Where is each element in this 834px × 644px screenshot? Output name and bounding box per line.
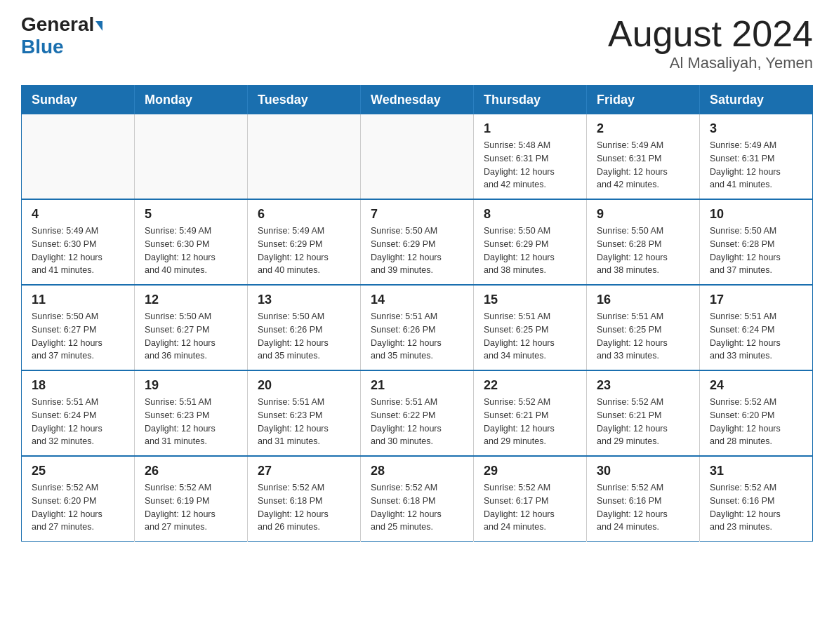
week-row-5: 25Sunrise: 5:52 AMSunset: 6:20 PMDayligh… (22, 456, 813, 542)
calendar-cell: 4Sunrise: 5:49 AMSunset: 6:30 PMDaylight… (22, 199, 135, 285)
day-number: 5 (145, 207, 237, 222)
day-info: Sunrise: 5:49 AMSunset: 6:30 PMDaylight:… (145, 224, 237, 277)
day-number: 18 (32, 378, 124, 393)
day-number: 25 (32, 464, 124, 478)
day-number: 13 (258, 293, 350, 307)
day-info: Sunrise: 5:50 AMSunset: 6:29 PMDaylight:… (484, 224, 576, 277)
day-number: 11 (32, 293, 124, 307)
week-row-2: 4Sunrise: 5:49 AMSunset: 6:30 PMDaylight… (22, 199, 813, 285)
day-info: Sunrise: 5:48 AMSunset: 6:31 PMDaylight:… (484, 139, 576, 192)
calendar-cell: 22Sunrise: 5:52 AMSunset: 6:21 PMDayligh… (474, 370, 587, 456)
day-number: 30 (597, 464, 689, 478)
day-number: 26 (145, 464, 237, 478)
day-number: 2 (597, 121, 689, 136)
day-info: Sunrise: 5:52 AMSunset: 6:20 PMDaylight:… (32, 481, 124, 534)
day-number: 9 (597, 207, 689, 222)
calendar-cell: 7Sunrise: 5:50 AMSunset: 6:29 PMDaylight… (361, 199, 474, 285)
day-info: Sunrise: 5:51 AMSunset: 6:26 PMDaylight:… (371, 310, 463, 363)
day-info: Sunrise: 5:50 AMSunset: 6:26 PMDaylight:… (258, 310, 350, 363)
calendar-cell: 13Sunrise: 5:50 AMSunset: 6:26 PMDayligh… (248, 285, 361, 370)
week-row-3: 11Sunrise: 5:50 AMSunset: 6:27 PMDayligh… (22, 285, 813, 370)
weekday-header-monday: Monday (135, 86, 248, 115)
calendar-cell: 20Sunrise: 5:51 AMSunset: 6:23 PMDayligh… (248, 370, 361, 456)
logo-blue-text: Blue (21, 36, 64, 58)
calendar-cell (248, 114, 361, 199)
day-number: 29 (484, 464, 576, 478)
day-info: Sunrise: 5:51 AMSunset: 6:23 PMDaylight:… (258, 396, 350, 448)
calendar-cell: 24Sunrise: 5:52 AMSunset: 6:20 PMDayligh… (700, 370, 813, 456)
calendar-cell: 8Sunrise: 5:50 AMSunset: 6:29 PMDaylight… (474, 199, 587, 285)
day-info: Sunrise: 5:49 AMSunset: 6:29 PMDaylight:… (258, 224, 350, 277)
day-info: Sunrise: 5:52 AMSunset: 6:21 PMDaylight:… (597, 396, 689, 448)
day-info: Sunrise: 5:52 AMSunset: 6:16 PMDaylight:… (597, 481, 689, 534)
day-number: 12 (145, 293, 237, 307)
day-info: Sunrise: 5:51 AMSunset: 6:23 PMDaylight:… (145, 396, 237, 448)
day-info: Sunrise: 5:50 AMSunset: 6:27 PMDaylight:… (145, 310, 237, 363)
logo: General (21, 14, 102, 36)
calendar-cell: 3Sunrise: 5:49 AMSunset: 6:31 PMDaylight… (700, 114, 813, 199)
day-number: 4 (32, 207, 124, 222)
day-number: 16 (597, 293, 689, 307)
week-row-4: 18Sunrise: 5:51 AMSunset: 6:24 PMDayligh… (22, 370, 813, 456)
day-number: 21 (371, 378, 463, 393)
day-info: Sunrise: 5:49 AMSunset: 6:31 PMDaylight:… (597, 139, 689, 192)
day-info: Sunrise: 5:52 AMSunset: 6:18 PMDaylight:… (371, 481, 463, 534)
calendar-cell: 30Sunrise: 5:52 AMSunset: 6:16 PMDayligh… (587, 456, 700, 542)
day-info: Sunrise: 5:49 AMSunset: 6:31 PMDaylight:… (710, 139, 802, 192)
day-info: Sunrise: 5:52 AMSunset: 6:19 PMDaylight:… (145, 481, 237, 534)
day-info: Sunrise: 5:52 AMSunset: 6:20 PMDaylight:… (710, 396, 802, 448)
day-number: 17 (710, 293, 802, 307)
calendar-cell: 11Sunrise: 5:50 AMSunset: 6:27 PMDayligh… (22, 285, 135, 370)
week-row-1: 1Sunrise: 5:48 AMSunset: 6:31 PMDaylight… (22, 114, 813, 199)
weekday-header-sunday: Sunday (22, 86, 135, 115)
day-info: Sunrise: 5:52 AMSunset: 6:16 PMDaylight:… (710, 481, 802, 534)
day-number: 27 (258, 464, 350, 478)
calendar-cell: 26Sunrise: 5:52 AMSunset: 6:19 PMDayligh… (135, 456, 248, 542)
day-info: Sunrise: 5:51 AMSunset: 6:22 PMDaylight:… (371, 396, 463, 448)
logo-general: General (21, 13, 94, 35)
day-info: Sunrise: 5:51 AMSunset: 6:25 PMDaylight:… (597, 310, 689, 363)
day-number: 31 (710, 464, 802, 478)
day-number: 14 (371, 293, 463, 307)
day-info: Sunrise: 5:52 AMSunset: 6:17 PMDaylight:… (484, 481, 576, 534)
calendar-subtitle: Al Masaliyah, Yemen (608, 54, 813, 72)
calendar-cell: 12Sunrise: 5:50 AMSunset: 6:27 PMDayligh… (135, 285, 248, 370)
calendar-cell (361, 114, 474, 199)
calendar-cell: 31Sunrise: 5:52 AMSunset: 6:16 PMDayligh… (700, 456, 813, 542)
weekday-header-tuesday: Tuesday (248, 86, 361, 115)
logo-area: General Blue (21, 14, 102, 58)
day-number: 10 (710, 207, 802, 222)
day-info: Sunrise: 5:50 AMSunset: 6:28 PMDaylight:… (710, 224, 802, 277)
day-number: 8 (484, 207, 576, 222)
calendar-cell: 16Sunrise: 5:51 AMSunset: 6:25 PMDayligh… (587, 285, 700, 370)
logo-triangle-icon (95, 21, 102, 31)
day-number: 1 (484, 121, 576, 136)
calendar-cell: 21Sunrise: 5:51 AMSunset: 6:22 PMDayligh… (361, 370, 474, 456)
page-header: General Blue August 2024 Al Masaliyah, Y… (21, 14, 813, 72)
day-number: 15 (484, 293, 576, 307)
calendar-title: August 2024 (608, 14, 813, 54)
day-number: 3 (710, 121, 802, 136)
weekday-header-saturday: Saturday (700, 86, 813, 115)
calendar-cell: 23Sunrise: 5:52 AMSunset: 6:21 PMDayligh… (587, 370, 700, 456)
day-number: 6 (258, 207, 350, 222)
calendar-cell: 17Sunrise: 5:51 AMSunset: 6:24 PMDayligh… (700, 285, 813, 370)
calendar-cell (135, 114, 248, 199)
weekday-header-row: SundayMondayTuesdayWednesdayThursdayFrid… (22, 86, 813, 115)
calendar-cell: 28Sunrise: 5:52 AMSunset: 6:18 PMDayligh… (361, 456, 474, 542)
day-number: 28 (371, 464, 463, 478)
day-info: Sunrise: 5:50 AMSunset: 6:27 PMDaylight:… (32, 310, 124, 363)
calendar-cell (22, 114, 135, 199)
calendar-cell: 10Sunrise: 5:50 AMSunset: 6:28 PMDayligh… (700, 199, 813, 285)
calendar-cell: 6Sunrise: 5:49 AMSunset: 6:29 PMDaylight… (248, 199, 361, 285)
calendar-cell: 27Sunrise: 5:52 AMSunset: 6:18 PMDayligh… (248, 456, 361, 542)
logo-text: General (21, 14, 102, 36)
calendar-cell: 14Sunrise: 5:51 AMSunset: 6:26 PMDayligh… (361, 285, 474, 370)
calendar-cell: 1Sunrise: 5:48 AMSunset: 6:31 PMDaylight… (474, 114, 587, 199)
logo-blue-line: Blue (21, 36, 64, 58)
day-number: 22 (484, 378, 576, 393)
weekday-header-friday: Friday (587, 86, 700, 115)
day-info: Sunrise: 5:50 AMSunset: 6:28 PMDaylight:… (597, 224, 689, 277)
title-area: August 2024 Al Masaliyah, Yemen (608, 14, 813, 72)
calendar-cell: 9Sunrise: 5:50 AMSunset: 6:28 PMDaylight… (587, 199, 700, 285)
